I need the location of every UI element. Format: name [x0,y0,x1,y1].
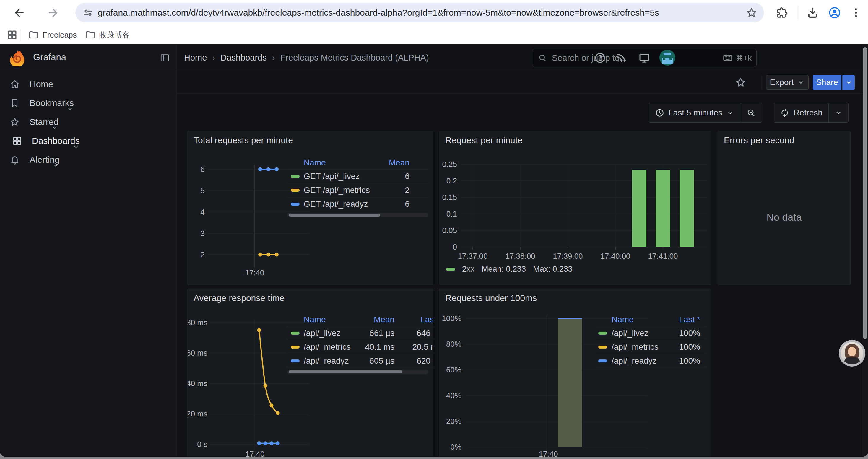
legend-row[interactable]: GET /api/_metrics 2 [287,184,428,197]
breadcrumb-home[interactable]: Home [184,53,207,63]
time-range-picker[interactable]: Last 5 minutes [649,103,740,122]
url-input[interactable] [98,8,742,18]
scrollbar-thumb[interactable] [863,47,867,339]
profile-icon[interactable] [827,5,842,20]
legend-max: Max: 0.233 [533,265,572,274]
panel-errors-per-second: Errors per second No data [718,131,850,285]
chart-legend[interactable]: 2xx Mean: 0.233 Max: 0.233 [446,265,572,274]
legend-row[interactable]: /api/_readyz 100% [596,354,706,368]
legend-hscrollbar[interactable] [287,369,428,374]
chevron-down-icon[interactable] [51,124,59,131]
time-picker-group: Last 5 minutes [649,103,762,123]
sidebar-item-starred[interactable]: Starred [0,112,176,131]
legend-row[interactable]: /api/_readyz 605 µs 620 µs [287,354,433,368]
page-scrollbar[interactable] [862,44,868,457]
chevron-down-icon[interactable] [66,105,74,112]
legend-header-name[interactable]: Name [612,315,668,324]
user-avatar[interactable] [659,50,675,66]
legend-header-last[interactable]: Last * [401,315,433,324]
apps-grid-icon[interactable] [6,29,18,40]
favorite-star-icon[interactable] [735,76,747,88]
monitor-icon[interactable] [639,52,650,64]
series-swatch [291,332,300,335]
refresh-interval-button[interactable] [829,103,848,122]
legend-header-row: Name Mean [287,156,428,169]
zoom-out-button[interactable] [740,103,762,122]
search-shortcut: ⌘+k [723,53,752,63]
sidebar-item-bookmarks[interactable]: Bookmarks [0,94,176,112]
chevron-down-icon[interactable] [52,162,60,169]
refresh-button[interactable]: Refresh [774,103,829,122]
svg-text:17:37:00: 17:37:00 [458,252,488,261]
panel-title[interactable]: Errors per second [724,135,794,145]
svg-text:17:40: 17:40 [245,450,265,457]
legend-row[interactable]: GET /api/_readyz 6 [287,197,428,211]
panel-title[interactable]: Request per minute [445,135,523,145]
scrollbar-thumb[interactable] [289,214,380,217]
refresh-group: Refresh [774,103,848,123]
time-range-label: Last 5 minutes [669,108,722,118]
omnibox[interactable] [75,3,764,23]
breadcrumb-dashboards[interactable]: Dashboards [220,53,267,63]
scrollbar-thumb[interactable] [289,370,402,373]
sidebar-item-home[interactable]: Home [0,75,176,94]
menu-icon[interactable] [848,5,863,20]
sidebar-item-dashboards[interactable]: Dashboards [0,131,176,150]
svg-text:80%: 80% [446,340,462,349]
site-settings-icon[interactable] [83,7,94,18]
avatar-image [841,342,863,364]
legend-hscrollbar[interactable] [287,213,428,218]
back-icon[interactable] [12,5,27,20]
svg-text:0.05: 0.05 [442,226,457,235]
svg-text:0.1: 0.1 [446,209,457,218]
browser-toolbar [0,0,868,25]
panel-title[interactable]: Total requests per minute [193,135,293,145]
bookmark-star-icon[interactable] [746,7,757,19]
legend-table: Name Mean Last * /api/_livez 661 µs 646 … [287,313,433,374]
export-button[interactable]: Export [766,75,809,90]
svg-text:6: 6 [200,165,205,174]
share-button[interactable]: Share [813,75,841,90]
panel-title[interactable]: Requests under 100ms [445,293,537,303]
sidebar-item-alerting[interactable]: Alerting [0,150,176,169]
panel-title[interactable]: Average response time [193,293,284,303]
forward-icon[interactable] [46,5,61,20]
panel-request-per-minute: Request per minute 0.250.20.150.10.05017… [439,131,711,285]
bookmark-folder-blogs[interactable]: 收藏博客 [81,28,134,42]
bookmarks-bar: Freeleaps 收藏博客 [0,25,868,44]
legend-header-last[interactable]: Last * [668,315,700,324]
legend-row[interactable]: /api/_livez 100% [596,326,706,340]
chevron-down-icon[interactable] [72,143,80,150]
extensions-icon[interactable] [775,5,789,20]
svg-text:17:38:00: 17:38:00 [505,252,535,261]
legend-header-name[interactable]: Name [304,315,359,324]
search-input[interactable] [551,53,718,63]
series-swatch [598,359,607,362]
brand-name[interactable]: Grafana [33,52,66,63]
grafana-logo-icon[interactable] [8,49,26,66]
request-per-minute-chart[interactable]: 0.250.20.150.10.05017:37:0017:38:0017:39… [439,131,711,285]
legend-row[interactable]: /api/_metrics 40.1 ms 20.5 ms [287,340,433,354]
legend-row[interactable]: /api/_livez 661 µs 646 µs [287,326,433,340]
rss-icon[interactable] [615,52,627,64]
legend-header-name[interactable]: Name [304,158,374,167]
refresh-icon [780,108,789,118]
floating-assistant-avatar[interactable] [839,340,865,366]
breadcrumb-current: Freeleaps Metrics Dashboard (ALPHA) [280,53,429,63]
bookmark-folder-freeleaps[interactable]: Freeleaps [24,28,81,42]
svg-text:17:40:00: 17:40:00 [600,252,630,261]
downloads-icon[interactable] [805,5,820,20]
browser-chrome: Freeleaps 收藏博客 [0,0,868,44]
legend-row[interactable]: GET /api/_livez 6 [287,169,428,184]
collapse-sidebar-icon[interactable] [159,53,170,63]
help-icon[interactable] [594,52,606,64]
share-options-button[interactable] [842,75,855,90]
breadcrumb: Home › Dashboards › Freeleaps Metrics Da… [184,44,429,71]
legend-mean: Mean: 0.233 [482,265,526,274]
breadcrumb-separator: › [272,53,275,63]
legend-row[interactable]: /api/_metrics 100% [596,340,706,354]
legend-header-mean[interactable]: Mean [374,158,409,167]
svg-text:17:40: 17:40 [245,268,264,277]
svg-text:80 ms: 80 ms [188,318,208,327]
legend-header-mean[interactable]: Mean [359,315,395,324]
